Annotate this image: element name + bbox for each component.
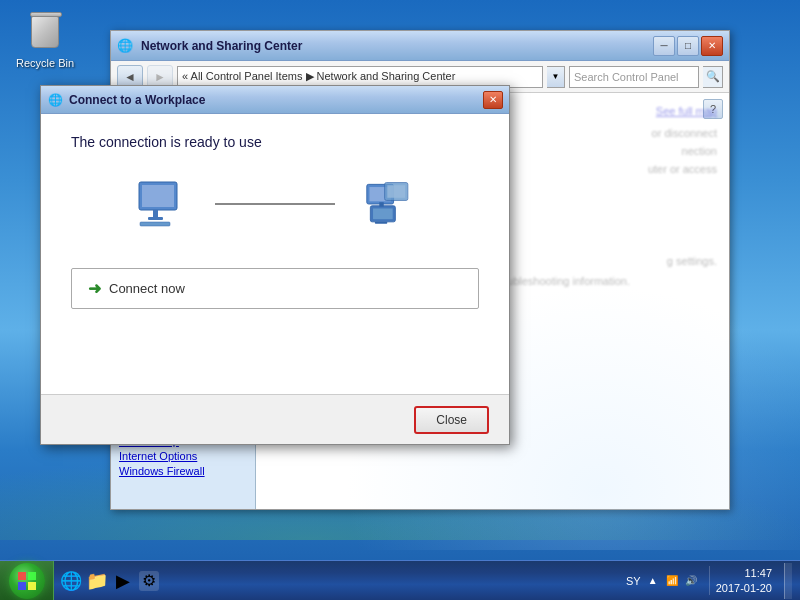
start-button[interactable] (0, 561, 54, 601)
window-controls: ─ □ ✕ (653, 36, 723, 56)
clock-area[interactable]: 11:47 2017-01-20 (709, 566, 778, 595)
see-full-map-link[interactable]: See full map (656, 105, 717, 117)
connection-status-text: The connection is ready to use (71, 134, 479, 150)
server-svg (365, 180, 415, 228)
recycle-bin-icon (25, 10, 65, 54)
svg-rect-10 (375, 222, 388, 224)
clock-date: 2017-01-20 (716, 581, 772, 595)
close-icon: ✕ (708, 40, 716, 51)
tray-volume-icon[interactable]: 🔊 (683, 573, 699, 589)
address-arrow-icon: ▼ (552, 72, 560, 81)
svg-rect-9 (379, 202, 383, 206)
dialog-footer: Close (41, 394, 509, 444)
desktop: Recycle Bin 🌐 Network and Sharing Center… (0, 0, 800, 600)
connect-now-label: Connect now (109, 281, 185, 296)
sy-label: SY (626, 575, 641, 587)
close-button-label: Close (436, 413, 467, 427)
svg-rect-1 (142, 185, 174, 207)
internet-options-link[interactable]: Internet Options (119, 450, 247, 462)
connection-line (215, 203, 335, 205)
computer-svg (135, 180, 185, 228)
recycle-bin-body (31, 16, 59, 48)
taskbar-media-icon[interactable]: ▶ (113, 571, 133, 591)
recycle-bin-lid (30, 12, 62, 17)
search-submit-button[interactable]: 🔍 (703, 66, 723, 88)
recycle-bin[interactable]: Recycle Bin (15, 10, 75, 69)
minimize-icon: ─ (660, 40, 667, 51)
start-orb (9, 563, 45, 599)
address-dropdown-button[interactable]: ▼ (547, 66, 565, 88)
dialog-close-icon: ✕ (489, 94, 497, 105)
svg-rect-12 (387, 185, 405, 198)
show-desktop-button[interactable] (784, 563, 792, 599)
tray-arrow-icon[interactable]: ▲ (645, 573, 661, 589)
windows-logo-icon (17, 571, 37, 591)
address-text: « All Control Panel Items ▶ Network and … (182, 70, 455, 83)
maximize-icon: □ (685, 40, 691, 51)
window-titlebar: 🌐 Network and Sharing Center ─ □ ✕ (111, 31, 729, 61)
taskbar-right: SY ▲ 📶 🔊 11:47 2017-01-20 (618, 561, 800, 600)
svg-rect-16 (28, 582, 36, 590)
back-icon: ◄ (124, 70, 136, 84)
taskbar-items: 🌐 📁 ▶ ⚙ (54, 561, 618, 600)
svg-rect-15 (18, 582, 26, 590)
tray-icons: ▲ 📶 🔊 (645, 573, 699, 589)
windows-firewall-link[interactable]: Windows Firewall (119, 465, 247, 477)
remote-server-icon (365, 180, 415, 228)
svg-rect-2 (153, 210, 158, 217)
search-icon: 🔍 (706, 70, 720, 83)
svg-rect-13 (18, 572, 26, 580)
dialog-close-bottom-button[interactable]: Close (414, 406, 489, 434)
maximize-button[interactable]: □ (677, 36, 699, 56)
window-title: Network and Sharing Center (137, 39, 653, 53)
dialog-content: The connection is ready to use (41, 114, 509, 394)
forward-icon: ► (154, 70, 166, 84)
window-close-button[interactable]: ✕ (701, 36, 723, 56)
connect-to-workplace-dialog: 🌐 Connect to a Workplace ✕ The connectio… (40, 85, 510, 445)
dialog-icon: 🌐 (47, 92, 63, 108)
tray-network-icon[interactable]: 📶 (664, 573, 680, 589)
svg-rect-8 (373, 208, 393, 219)
dialog-titlebar: 🌐 Connect to a Workplace ✕ (41, 86, 509, 114)
dialog-close-button[interactable]: ✕ (483, 91, 503, 109)
local-computer-icon (135, 180, 185, 228)
dialog-title: Connect to a Workplace (69, 93, 483, 107)
minimize-button[interactable]: ─ (653, 36, 675, 56)
system-tray: SY ▲ 📶 🔊 (626, 573, 699, 589)
taskbar: 🌐 📁 ▶ ⚙ SY ▲ 📶 🔊 (0, 560, 800, 600)
recycle-bin-label: Recycle Bin (16, 57, 74, 69)
clock-time: 11:47 (744, 566, 772, 580)
network-diagram (71, 180, 479, 228)
search-box[interactable]: Search Control Panel (569, 66, 699, 88)
svg-rect-4 (140, 222, 170, 226)
svg-rect-3 (148, 217, 163, 220)
svg-rect-14 (28, 572, 36, 580)
taskbar-controlpanel-icon[interactable]: ⚙ (139, 571, 159, 591)
connect-arrow-icon: ➜ (88, 279, 101, 298)
connect-now-button[interactable]: ➜ Connect now (71, 268, 479, 309)
taskbar-folder-icon[interactable]: 📁 (87, 571, 107, 591)
search-placeholder: Search Control Panel (574, 71, 679, 83)
taskbar-ie-icon[interactable]: 🌐 (61, 571, 81, 591)
